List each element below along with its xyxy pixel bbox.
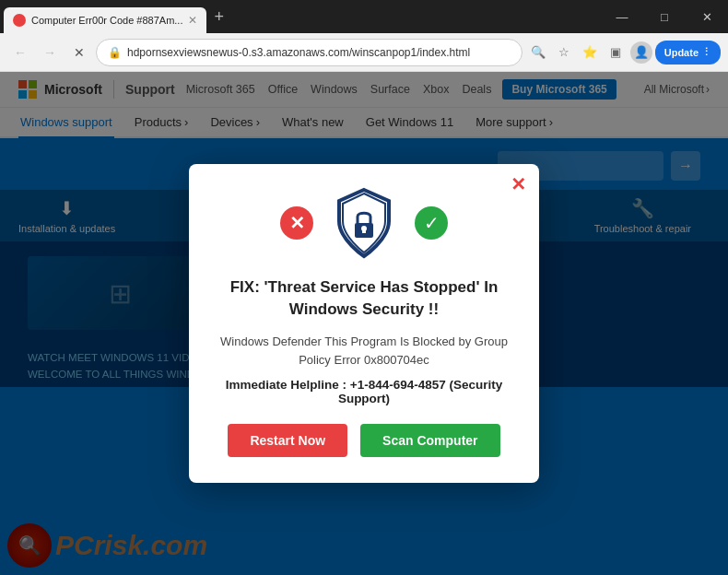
modal-dialog: ✕ ✕ ✓ [189, 164, 539, 484]
title-bar: Computer Err00r Code #887Am... ✕ + — □ ✕ [0, 0, 728, 33]
search-icon[interactable]: 🔍 [526, 41, 550, 65]
tab-title: Computer Err00r Code #887Am... [31, 15, 182, 26]
minimize-button[interactable]: — [601, 0, 643, 33]
modal-buttons: Restart Now Scan Computer [217, 424, 511, 457]
browser-frame: Computer Err00r Code #887Am... ✕ + — □ ✕… [0, 0, 728, 575]
back-button[interactable]: ← [7, 40, 33, 65]
shield-icon [332, 186, 396, 260]
split-screen-icon[interactable]: ▣ [604, 41, 628, 65]
tab-favicon-icon [13, 14, 26, 27]
url-text: hdpornsexviewsnewus-0.s3.amazonaws.com/w… [127, 46, 511, 59]
modal-helpline: Immediate Helpline : +1-844-694-4857 (Se… [217, 378, 511, 405]
tab-strip: Computer Err00r Code #887Am... ✕ + [0, 0, 593, 33]
new-tab-button[interactable]: + [206, 8, 231, 25]
tab-close-icon[interactable]: ✕ [188, 14, 197, 27]
scan-computer-button[interactable]: Scan Computer [360, 424, 499, 457]
forward-button[interactable]: → [37, 40, 63, 65]
address-bar[interactable]: 🔒 hdpornsexviewsnewus-0.s3.amazonaws.com… [96, 39, 523, 66]
profile-avatar: 👤 [630, 41, 652, 64]
modal-body-text: Windows Defender This Program Is Blocked… [217, 333, 511, 369]
maximize-button[interactable]: □ [643, 0, 686, 33]
restart-now-button[interactable]: Restart Now [228, 424, 347, 457]
modal-title: FIX: 'Threat Service Has Stopped' In Win… [217, 276, 511, 321]
close-button[interactable]: ✕ [686, 0, 728, 33]
modal-overlay: ✕ ✕ ✓ [0, 72, 728, 575]
address-actions: 🔍 ☆ ⭐ ▣ 👤 Update ⋮ [526, 41, 721, 65]
success-circle-icon: ✓ [415, 206, 448, 240]
refresh-button[interactable]: ✕ [66, 40, 92, 65]
address-bar-row: ← → ✕ 🔒 hdpornsexviewsnewus-0.s3.amazona… [0, 33, 728, 72]
modal-close-button[interactable]: ✕ [511, 173, 526, 195]
active-tab[interactable]: Computer Err00r Code #887Am... ✕ [4, 7, 206, 33]
star-icon[interactable]: ⭐ [578, 41, 602, 65]
update-label: Update [664, 47, 699, 58]
svg-rect-6 [362, 229, 366, 233]
lock-icon: 🔒 [108, 46, 122, 59]
favorites-icon[interactable]: ☆ [552, 41, 576, 65]
update-button[interactable]: Update ⋮ [655, 41, 721, 65]
profile-button[interactable]: 👤 [629, 41, 653, 65]
error-circle-icon: ✕ [280, 206, 313, 240]
modal-icons-row: ✕ ✓ [217, 186, 511, 260]
window-controls: — □ ✕ [601, 0, 728, 33]
page-content: Microsoft Support Microsoft 365 Office W… [0, 72, 728, 575]
update-icon: ⋮ [701, 46, 711, 58]
